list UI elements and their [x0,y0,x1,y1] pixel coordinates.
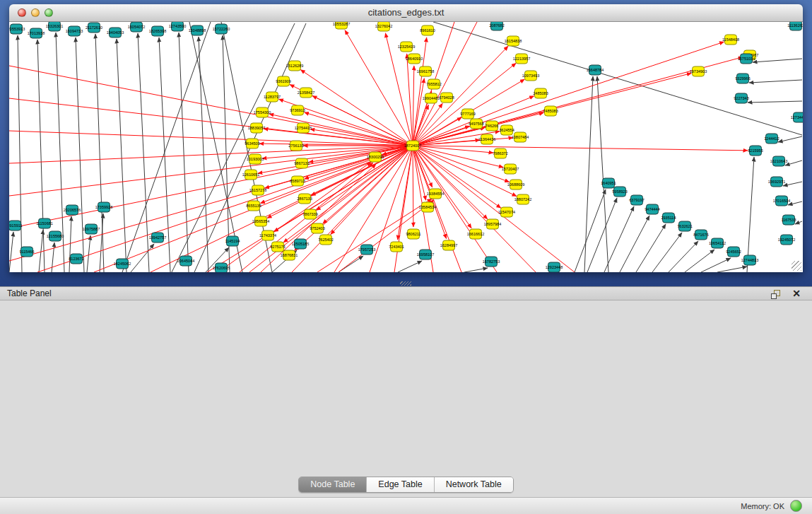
graph-edge[interactable] [748,101,802,103]
graph-node[interactable]: 16284997 [440,240,457,250]
graph-edge[interactable] [310,129,413,146]
graph-node[interactable]: 17957253 [358,245,375,255]
graph-node[interactable]: 12734413 [791,112,803,122]
graph-edge[interactable] [717,267,747,272]
graph-node[interactable]: 15751034 [738,54,755,64]
graph-edge[interactable] [249,146,413,272]
graph-edge[interactable] [52,243,54,272]
graph-edge[interactable] [261,164,376,272]
graph-node[interactable]: 16616612 [467,229,484,239]
graph-edge[interactable] [9,146,413,196]
graph-edge[interactable] [604,206,634,272]
graph-node[interactable]: 20553913 [9,24,25,34]
graph-node[interactable]: 15692971 [768,177,785,187]
graph-node[interactable]: 16054072 [128,22,145,32]
graph-node[interactable]: 17013938 [28,28,45,38]
graph-node[interactable]: 16782753 [483,257,500,267]
graph-edge[interactable] [783,182,802,186]
graph-edge[interactable] [636,224,666,272]
graph-node[interactable]: 11548408 [722,35,739,45]
zoom-window-button[interactable] [45,8,53,17]
float-window-icon[interactable] [771,289,781,298]
graph-node[interactable]: 16961758 [417,66,434,76]
graph-node[interactable]: 8961610 [420,25,435,35]
graph-node[interactable]: 16648784 [587,65,604,75]
graph-node[interactable]: 12743590 [169,22,186,31]
graph-node[interactable]: 20206576 [64,205,81,215]
graph-node[interactable]: 2867133 [297,194,312,204]
graph-edge[interactable] [189,22,242,272]
graph-node[interactable]: 16210643 [770,156,787,166]
network-view-canvas[interactable]: 1872400716154838122139571097349324850837… [9,22,803,272]
graph-node[interactable]: 21172610 [86,23,102,33]
window-resize-grip[interactable] [792,261,801,271]
tab-node-table[interactable]: Node Table [299,477,367,492]
graph-node[interactable]: 12155680 [47,231,64,241]
network-window[interactable]: citations_edges.txt 18724007161548381221… [9,4,803,272]
graph-edge[interactable] [413,146,471,228]
graph-node[interactable]: 1145194 [225,236,240,246]
graph-node[interactable]: 9227343 [734,93,748,103]
graph-node[interactable]: 15722260 [213,24,230,34]
graph-node[interactable]: 1640951 [601,178,616,188]
graph-edge[interactable] [117,39,126,272]
graph-node[interactable]: 11547074 [498,207,515,217]
graph-node[interactable]: 20645044 [177,256,194,266]
graph-node[interactable]: 7986372 [493,148,507,158]
graph-edge[interactable] [407,54,413,146]
graph-node[interactable]: 12610651 [242,170,259,180]
graph-node[interactable]: 9245652 [726,247,741,257]
graph-edge[interactable] [575,189,606,272]
graph-edge[interactable] [131,244,154,272]
graph-edge[interactable] [587,198,617,272]
graph-node[interactable]: 13276042 [375,22,392,31]
graph-node[interactable]: 2087682 [489,22,504,30]
graph-node[interactable]: 15126289 [286,61,303,71]
graph-node[interactable]: 11283797 [264,92,281,102]
graph-node[interactable]: 9474444 [645,204,659,214]
tab-network-table[interactable]: Network Table [435,477,513,492]
graph-node[interactable]: 9115466 [19,247,34,257]
graph-node[interactable]: 2935114 [661,213,676,223]
graph-edge[interactable] [413,42,724,146]
graph-edge[interactable] [413,66,414,146]
close-window-button[interactable] [18,8,26,17]
graph-edge[interactable] [95,34,104,272]
graph-node[interactable]: 11150681 [36,218,53,228]
graph-edge[interactable] [37,40,45,272]
graph-node[interactable]: 9736913 [290,105,305,115]
graph-node[interactable]: 746266 [486,121,498,131]
graph-node[interactable]: 5958923 [612,187,627,197]
graph-edge[interactable] [76,37,84,272]
graph-node[interactable]: 9329966 [735,74,750,83]
graph-node[interactable]: 9275176 [270,242,285,252]
graph-edge[interactable] [260,146,413,203]
graph-node[interactable]: 8589713 [290,176,305,186]
graph-node[interactable]: 19245072 [778,235,795,245]
graph-node[interactable]: 12744813 [741,255,758,265]
graph-node[interactable]: 6379197 [629,195,644,205]
graph-node[interactable]: 10688609 [507,180,524,189]
graph-edge[interactable] [685,250,714,272]
graph-edge[interactable] [18,35,22,272]
graph-node[interactable]: 9777169 [460,109,475,119]
graph-node[interactable]: 15720407 [502,164,519,174]
graph-node[interactable]: 7632621 [677,221,692,231]
graph-edge[interactable] [413,146,413,227]
graph-node[interactable]: 13942757 [149,233,166,243]
graph-node[interactable]: 19734903 [690,66,707,76]
tab-edge-table[interactable]: Edge Table [367,477,434,492]
graph-node[interactable]: 9634509 [245,139,259,148]
graph-node[interactable]: 17359928 [95,202,112,212]
minimize-window-button[interactable] [31,8,40,17]
graph-node[interactable]: 16157278 [249,185,266,195]
graph-edge[interactable] [9,232,13,272]
graph-node[interactable]: 10654112 [709,238,726,248]
graph-node[interactable]: 17620695 [213,263,230,272]
graph-node[interactable]: 10807484 [512,132,529,142]
graph-node[interactable]: 1244412 [764,134,779,144]
graph-node[interactable]: 8123672 [69,254,83,264]
graph-node[interactable]: 11136263 [787,22,803,30]
graph-node[interactable]: 19384554 [427,189,444,199]
graph-node[interactable]: 17554300 [254,107,271,117]
